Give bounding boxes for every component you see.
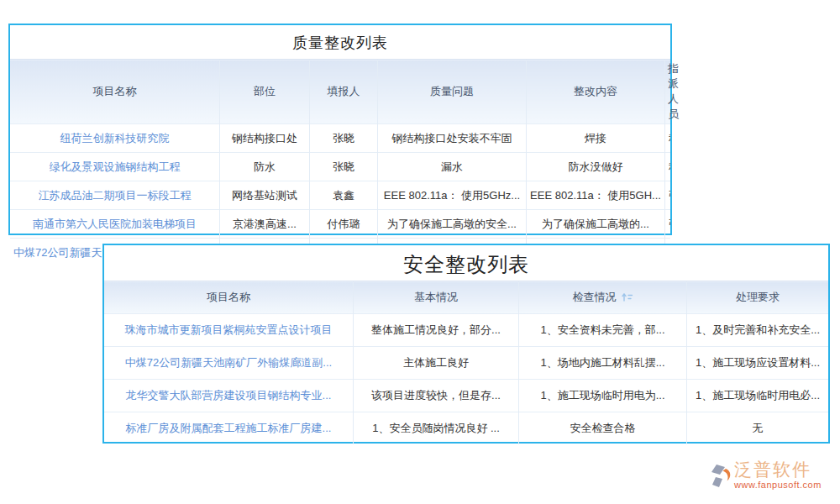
project-name-cell: 绿化及景观设施钢结构工程 — [10, 153, 220, 181]
column-header: 项目名称 — [104, 281, 354, 314]
column-header-label: 项目名称 — [93, 85, 137, 97]
brand-name: 泛普软件 — [734, 460, 822, 478]
table-cell: EEE 802.11a： 使用5GHz... — [378, 181, 527, 210]
table-cell: 张晓 — [665, 210, 671, 239]
table-cell: 1、场地内施工材料乱摆... — [519, 347, 687, 380]
project-name-link[interactable]: 纽荷兰创新科技研究院 — [60, 132, 170, 144]
project-name-cell: 珠海市城市更新项目紫桐苑安置点设计项目 — [104, 314, 354, 347]
table-cell: 1、施工现场临时用电为... — [519, 380, 687, 412]
table-cell: 1、安全资料未完善，部... — [519, 314, 687, 347]
safety-rectification-card: 安全整改列表 项目名称基本情况检查情况处理要求 珠海市城市更新项目紫桐苑安置点设… — [102, 244, 830, 444]
project-name-cell: 标准厂房及附属配套工程施工标准厂房建... — [104, 412, 354, 445]
table-cell: 张晓 — [310, 124, 378, 153]
table-cell: 主体施工良好 — [354, 347, 519, 380]
table-cell: 防水 — [220, 153, 310, 181]
table-cell: 程溪 — [665, 153, 671, 181]
fanpu-watermark-text: 泛普软件 www.fanpusoft.com — [734, 460, 822, 490]
column-header-label: 填报人 — [328, 85, 360, 97]
column-header: 填报人 — [310, 60, 378, 124]
project-name-cell: 龙华交警大队部营房建设项目钢结构专业... — [104, 380, 354, 412]
quality-rectification-table: 项目名称部位填报人质量问题整改内容指派人员 纽荷兰创新科技研究院钢结构接口处张晓… — [10, 59, 670, 266]
project-name-link[interactable]: 江苏成品油二期项目一标段工程 — [39, 189, 192, 202]
table-cell: 1、安全员随岗情况良好 ... — [354, 412, 519, 445]
table-cell: 程溪 — [665, 124, 671, 153]
safety-rectification-table: 项目名称基本情况检查情况处理要求 珠海市城市更新项目紫桐苑安置点设计项目整体施工… — [104, 281, 828, 444]
column-header: 整改内容 — [527, 60, 665, 124]
table-cell: 焊接 — [527, 124, 665, 153]
table-cell: 1、施工现场临时用电必... — [687, 380, 829, 412]
safety-header-row: 项目名称基本情况检查情况处理要求 — [104, 281, 828, 314]
fanpu-watermark: 泛普软件 www.fanpusoft.com — [709, 460, 835, 499]
brand-url: www.fanpusoft.com — [734, 480, 822, 490]
table-row: 纽荷兰创新科技研究院钢结构接口处张晓钢结构接口处安装不牢固焊接程溪 — [10, 124, 670, 153]
table-row: 龙华交警大队部营房建设项目钢结构专业...该项目进度较快，但是存...1、施工现… — [104, 380, 828, 412]
table-cell: 付伟璐 — [310, 210, 378, 239]
project-name-link[interactable]: 龙华交警大队部营房建设项目钢结构专业... — [126, 389, 332, 402]
table-cell: 1、及时完善和补充安全... — [687, 314, 829, 347]
sort-icon[interactable] — [621, 291, 633, 302]
column-header-label: 部位 — [254, 85, 276, 97]
table-row: 中煤72公司新疆天池南矿厂外输煤廊道副...主体施工良好1、场地内施工材料乱摆.… — [104, 347, 828, 380]
table-cell: 钢结构接口处安装不牢固 — [378, 124, 527, 153]
table-cell: 为了确保施工高墩的安全... — [378, 210, 527, 239]
table-row: 南通市第六人民医院加装电梯项目京港澳高速...付伟璐为了确保施工高墩的安全...… — [10, 210, 670, 239]
column-header-label: 项目名称 — [207, 291, 250, 303]
column-header: 部位 — [220, 60, 310, 124]
project-name-cell: 纽荷兰创新科技研究院 — [10, 124, 220, 153]
column-header: 基本情况 — [354, 281, 519, 314]
column-header-label: 处理要求 — [736, 291, 780, 303]
table-cell: 1、施工现场应设置材料... — [687, 347, 829, 380]
table-cell: 为了确保施工高墩的... — [527, 210, 665, 239]
project-name-link[interactable]: 南通市第六人民医院加装电梯项目 — [33, 218, 197, 230]
table-cell: EEE 802.11a： 使用5GH... — [527, 181, 665, 210]
safety-table-title: 安全整改列表 — [104, 245, 828, 281]
table-row: 绿化及景观设施钢结构工程防水张晓漏水防水没做好程溪 — [10, 153, 670, 181]
quality-table-title: 质量整改列表 — [10, 25, 670, 59]
project-name-cell: 南通市第六人民医院加装电梯项目 — [10, 210, 220, 239]
project-name-link[interactable]: 标准厂房及附属配套工程施工标准厂房建... — [126, 422, 332, 434]
table-cell: 张晓 — [310, 153, 378, 181]
table-cell: 防水没做好 — [527, 153, 665, 181]
table-cell: 该项目进度较快，但是存... — [354, 380, 519, 412]
table-row: 江苏成品油二期项目一标段工程网络基站测试袁鑫EEE 802.11a： 使用5GH… — [10, 181, 670, 210]
table-cell: 安全检查合格 — [519, 412, 687, 445]
table-cell: 整体施工情况良好，部分... — [354, 314, 519, 347]
table-cell: 网络基站测试 — [220, 181, 310, 210]
project-name-link[interactable]: 珠海市城市更新项目紫桐苑安置点设计项目 — [125, 323, 333, 336]
column-header: 项目名称 — [10, 60, 220, 124]
column-header: 质量问题 — [378, 60, 527, 124]
column-header[interactable]: 检查情况 — [519, 281, 687, 314]
project-name-link[interactable]: 绿化及景观设施钢结构工程 — [50, 160, 181, 173]
table-row: 珠海市城市更新项目紫桐苑安置点设计项目整体施工情况良好，部分...1、安全资料未… — [104, 314, 828, 347]
table-row: 标准厂房及附属配套工程施工标准厂房建...1、安全员随岗情况良好 ...安全检查… — [104, 412, 828, 445]
fanpu-logo-icon — [709, 463, 734, 490]
table-cell: 张晓 — [665, 181, 671, 210]
column-header: 指派人员 — [665, 60, 671, 124]
column-header: 处理要求 — [687, 281, 829, 314]
quality-rectification-card: 质量整改列表 项目名称部位填报人质量问题整改内容指派人员 纽荷兰创新科技研究院钢… — [8, 24, 672, 235]
table-cell: 袁鑫 — [310, 181, 378, 210]
column-header-label: 质量问题 — [430, 85, 474, 97]
table-cell: 漏水 — [378, 153, 527, 181]
column-header-label: 指派人员 — [668, 62, 679, 120]
table-cell: 京港澳高速... — [220, 210, 310, 239]
table-cell: 无 — [687, 412, 829, 445]
quality-header-row: 项目名称部位填报人质量问题整改内容指派人员 — [10, 60, 670, 124]
project-name-cell: 中煤72公司新疆天池南矿厂外输煤廊道副... — [104, 347, 354, 380]
project-name-cell: 江苏成品油二期项目一标段工程 — [10, 181, 220, 210]
column-header-label: 整改内容 — [574, 85, 617, 97]
project-name-link[interactable]: 中煤72公司新疆天池南矿厂外输煤廊道副... — [125, 356, 332, 369]
column-header-label: 基本情况 — [414, 291, 458, 303]
column-header-label: 检查情况 — [573, 291, 617, 303]
table-cell: 钢结构接口处 — [220, 124, 310, 153]
